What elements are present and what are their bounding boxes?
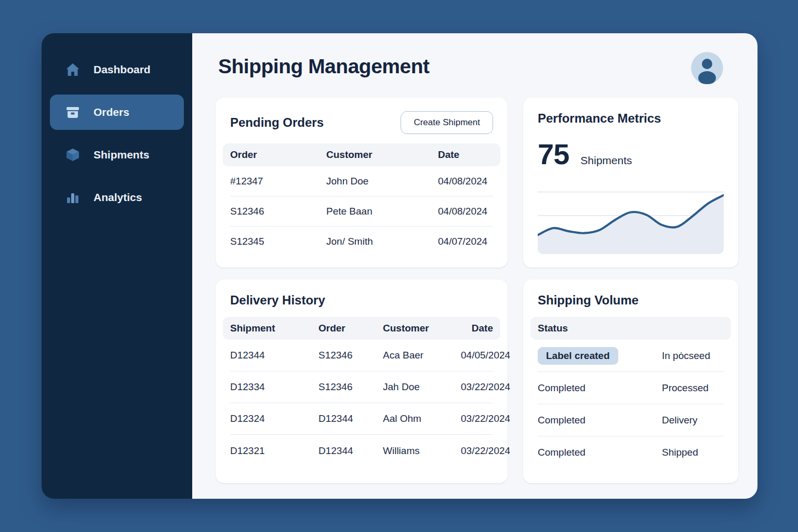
performance-metrics-card: Performance Metrics 75 Shipments [523, 98, 738, 268]
status-badge: Label created [538, 347, 618, 365]
cube-icon [64, 147, 81, 163]
sidebar-item-label: Shipments [94, 149, 149, 161]
order-id: S12346 [318, 350, 383, 361]
order-id: #12347 [230, 176, 326, 187]
sidebar-item-analytics[interactable]: Analytics [50, 180, 184, 215]
order-id: D12344 [318, 445, 383, 457]
status-label: Completed [538, 415, 662, 426]
home-icon [64, 61, 81, 78]
shipments-unit-label: Shipments [580, 154, 632, 167]
create-shipment-button[interactable]: Create Shipment [401, 111, 493, 134]
bar-chart-icon [64, 189, 81, 206]
status-detail: Shipped [662, 447, 724, 458]
column-header: Customer [383, 323, 461, 334]
status-detail: Delivery [662, 415, 724, 426]
orders-box-icon [64, 104, 81, 121]
table-row: Completed Delivery [538, 404, 724, 436]
table-row: D12344 S12346 Aca Baer 04/05/2024 [230, 340, 493, 371]
main-content: Shipping Management Pending Orders Creat… [192, 33, 757, 499]
order-date: 04/08/2024 [438, 176, 493, 187]
column-header: Customer [326, 149, 438, 161]
table-row: Completed Shipped [538, 436, 724, 469]
delivery-history-header: Shipment Order Customer Date [223, 317, 500, 340]
pending-orders-card: Pending Orders Create Shipment Order Cus… [216, 98, 508, 268]
app-window: Dashboard Orders Shipments [42, 33, 757, 499]
delivery-date: 03/22/2024 [461, 445, 510, 457]
customer-name: Jon/ Smith [326, 236, 438, 247]
order-id: S12346 [230, 206, 326, 217]
column-header: Date [461, 323, 493, 334]
chart-area [538, 195, 724, 255]
shipping-volume-card: Shipping Volume Status Label created In … [523, 280, 738, 483]
table-row: Completed Processed [538, 372, 724, 404]
shipment-id: D12321 [230, 445, 318, 457]
customer-name: Pete Baan [326, 206, 438, 217]
customer-name: Aca Baer [383, 350, 461, 361]
page-title: Shipping Management [218, 55, 430, 78]
order-date: 04/08/2024 [438, 206, 493, 217]
delivery-date: 03/22/2024 [461, 413, 510, 424]
delivery-date: 03/22/2024 [461, 381, 510, 393]
sidebar-item-dashboard[interactable]: Dashboard [50, 52, 184, 87]
table-row: D12324 D12344 Aal Ohm 03/22/2024 [230, 403, 493, 435]
shipment-id: D12324 [230, 413, 318, 424]
shipping-volume-header: Status [530, 317, 731, 340]
table-row: Label created In pȯcseed [538, 340, 724, 372]
column-header: Order [230, 149, 326, 161]
user-avatar[interactable] [691, 52, 723, 84]
delivery-history-title: Delivery History [230, 293, 493, 308]
order-id: S12346 [318, 381, 383, 393]
column-header: Status [538, 323, 662, 334]
shipments-count: 75 [538, 137, 569, 171]
table-row: #12347 John Doe 04/08/2024 [230, 166, 493, 196]
column-header: Shipment [230, 323, 318, 334]
column-header: Date [438, 149, 493, 161]
pending-orders-title: Pending Orders [230, 115, 324, 130]
delivery-history-card: Delivery History Shipment Order Customer… [216, 280, 508, 483]
table-row: D12334 S12346 Jah Doe 03/22/2024 [230, 371, 493, 403]
customer-name: Jah Doe [383, 381, 461, 393]
shipment-id: D12334 [230, 381, 318, 393]
performance-chart-container [538, 191, 724, 254]
sidebar: Dashboard Orders Shipments [42, 33, 192, 499]
pending-orders-header: Order Customer Date [223, 143, 500, 166]
sidebar-item-label: Orders [94, 106, 129, 118]
customer-name: Williams [383, 445, 461, 457]
table-row: D12321 D12344 Williams 03/22/2024 [230, 435, 493, 467]
sidebar-item-label: Dashboard [94, 63, 151, 76]
column-header: Order [318, 323, 383, 334]
table-row: S12345 Jon/ Smith 04/07/2024 [230, 227, 493, 257]
customer-name: John Doe [326, 176, 438, 187]
status-detail: In pȯcseed [662, 350, 724, 362]
status-label: Completed [538, 382, 662, 394]
sidebar-item-label: Analytics [94, 191, 142, 204]
sidebar-item-orders[interactable]: Orders [50, 95, 184, 130]
performance-metrics-title: Performance Metrics [538, 111, 724, 126]
shipment-id: D12344 [230, 350, 318, 361]
shipping-volume-title: Shipping Volume [538, 293, 724, 308]
table-row: S12346 Pete Baan 04/08/2024 [230, 196, 493, 227]
sidebar-item-shipments[interactable]: Shipments [50, 137, 184, 172]
order-id: D12344 [318, 413, 383, 424]
status-label: Completed [538, 447, 662, 458]
order-id: S12345 [230, 236, 326, 247]
performance-chart [538, 191, 724, 254]
status-detail: Processed [662, 382, 724, 394]
order-date: 04/07/2024 [438, 236, 493, 247]
customer-name: Aal Ohm [383, 413, 461, 424]
delivery-date: 04/05/2024 [461, 350, 510, 361]
